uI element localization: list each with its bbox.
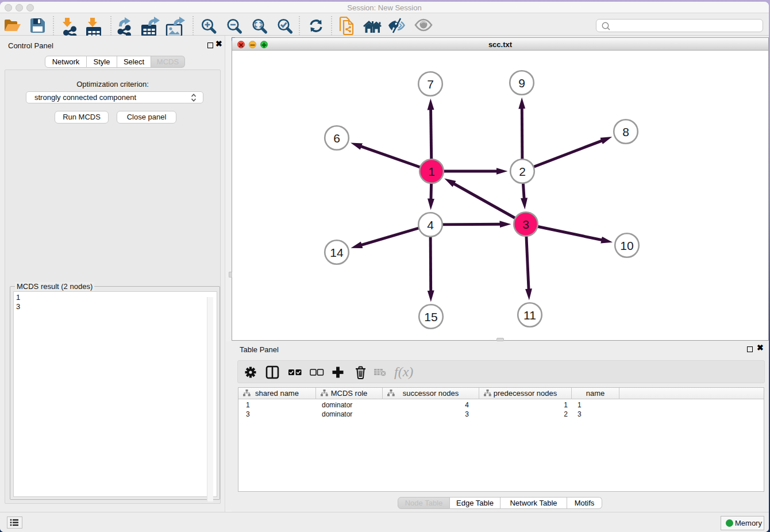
svg-text:14: 14 [330,246,344,259]
svg-text:8: 8 [622,125,629,138]
svg-text:7: 7 [427,78,434,91]
svg-text:6: 6 [333,132,340,145]
svg-text:1: 1 [428,165,435,178]
svg-text:2: 2 [519,165,526,178]
svg-text:15: 15 [424,310,437,323]
svg-text:10: 10 [620,239,633,252]
svg-text:f(x): f(x) [394,364,413,379]
svg-text:3: 3 [522,218,529,231]
svg-text:9: 9 [518,76,525,90]
svg-text:11: 11 [523,309,536,322]
svg-text:4: 4 [427,218,434,232]
